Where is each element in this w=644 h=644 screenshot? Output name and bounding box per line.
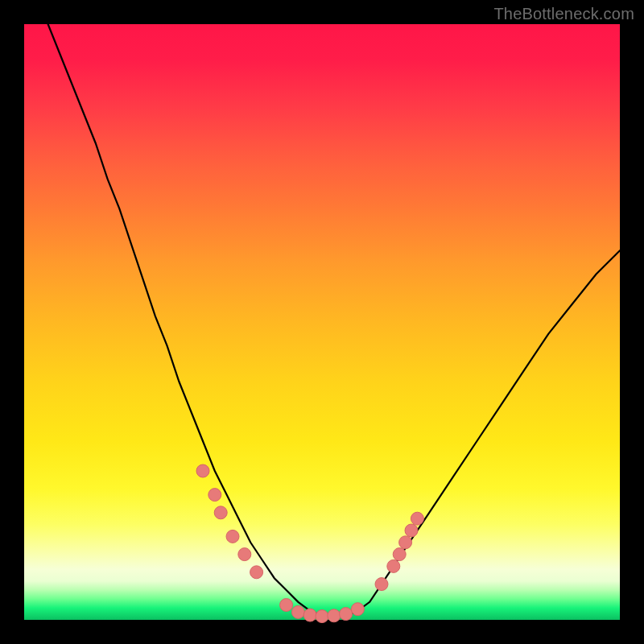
data-marker — [393, 548, 406, 561]
data-marker — [399, 536, 412, 549]
marker-layer — [196, 464, 423, 623]
data-marker — [328, 609, 341, 622]
data-marker — [375, 578, 388, 591]
data-marker — [340, 608, 353, 621]
watermark-text: TheBottleneck.com — [493, 5, 634, 23]
data-marker — [387, 559, 400, 572]
data-marker — [208, 489, 221, 502]
chart-frame: TheBottleneck.com — [0, 0, 644, 644]
bottleneck-curve — [48, 24, 620, 617]
data-marker — [226, 530, 239, 543]
data-marker — [316, 610, 328, 623]
data-marker — [411, 512, 423, 525]
data-marker — [291, 605, 304, 618]
curve-layer — [48, 24, 620, 617]
plot-area — [24, 24, 620, 620]
data-marker — [303, 609, 316, 621]
data-marker — [405, 524, 418, 537]
data-marker — [351, 603, 364, 616]
data-marker — [214, 506, 227, 519]
data-marker — [196, 464, 209, 477]
chart-svg — [24, 24, 620, 620]
data-marker — [238, 548, 251, 561]
data-marker — [280, 599, 293, 612]
data-marker — [250, 566, 263, 579]
